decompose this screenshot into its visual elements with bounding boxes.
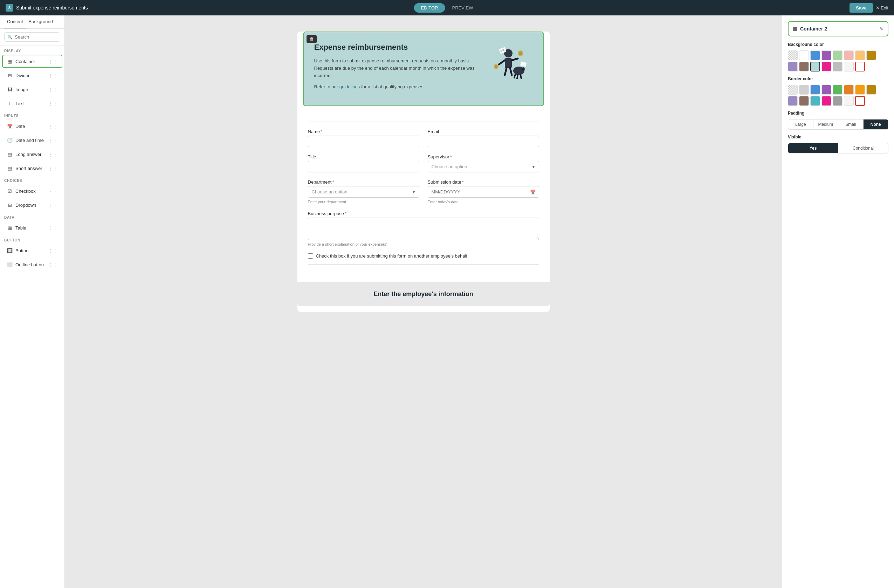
save-button[interactable]: Save (850, 3, 873, 13)
sidebar-item-divider[interactable]: ⊟ Divider ⋮⋮ (2, 69, 62, 82)
bg-color-dark-yellow[interactable] (866, 50, 876, 60)
sidebar-item-table[interactable]: ▦ Table ⋮⋮ (2, 221, 62, 234)
visible-yes[interactable]: Yes (788, 143, 838, 153)
drag-handle-text[interactable]: ⋮⋮ (48, 101, 57, 106)
padding-small[interactable]: Small (838, 119, 864, 129)
border-color-white[interactable] (844, 96, 854, 106)
dropdown-label: Dropdown (15, 203, 36, 208)
sidebar-item-image[interactable]: 🖼 Image ⋮⋮ (2, 83, 62, 96)
drag-handle-divider[interactable]: ⋮⋮ (48, 73, 57, 78)
section-footer: Enter the employee's information (297, 282, 550, 306)
border-color-teal[interactable] (810, 96, 820, 106)
visible-options: Yes Conditional (788, 143, 888, 154)
border-color-transparent[interactable] (788, 85, 798, 95)
image-label: Image (15, 87, 28, 92)
visible-label: Visible (788, 135, 888, 139)
bg-color-purple[interactable] (822, 50, 831, 60)
submission-date-input[interactable] (428, 186, 539, 198)
border-color-green[interactable] (833, 85, 843, 95)
padding-medium[interactable]: Medium (814, 119, 839, 129)
border-color-yellow[interactable] (855, 85, 865, 95)
sidebar-item-text[interactable]: T Text ⋮⋮ (2, 97, 62, 110)
border-color-pink[interactable] (822, 96, 831, 106)
drag-handle-date[interactable]: ⋮⋮ (48, 124, 57, 129)
bg-color-light-red[interactable] (844, 50, 854, 60)
border-color-red-border[interactable] (855, 96, 865, 106)
border-color-dark-yellow[interactable] (866, 85, 876, 95)
form-divider-bottom (308, 264, 539, 265)
editor-button[interactable]: EDITOR (414, 3, 445, 13)
bg-color-pink[interactable] (822, 62, 831, 71)
bg-color-lavender[interactable] (788, 62, 798, 71)
drag-handle-table[interactable]: ⋮⋮ (48, 225, 57, 231)
visible-conditional[interactable]: Conditional (838, 143, 888, 153)
hero-container[interactable]: 🗑 Expense reimbursements Use this form t… (303, 32, 544, 106)
preview-button[interactable]: PREVIEW (445, 3, 480, 13)
sidebar-item-outline-button[interactable]: ⬜ Outline button ⋮⋮ (2, 258, 62, 271)
bg-color-blue[interactable] (810, 50, 820, 60)
border-color-purple[interactable] (822, 85, 831, 95)
guidelines-link[interactable]: guidelines (340, 84, 360, 89)
bg-color-yellow[interactable] (855, 50, 865, 60)
drag-handle-datetime[interactable]: ⋮⋮ (48, 138, 57, 143)
checkbox-label: Checkbox (15, 189, 36, 194)
search-input[interactable] (15, 34, 57, 39)
drag-handle-image[interactable]: ⋮⋮ (48, 87, 57, 92)
sidebar-item-container[interactable]: ▦ Container ⋮⋮ (2, 54, 62, 68)
long-answer-icon: ▤ (7, 151, 13, 157)
border-color-orange[interactable] (844, 85, 854, 95)
divider-icon: ⊟ (7, 73, 13, 78)
bg-color-transparent[interactable] (788, 50, 798, 60)
drag-handle-long-answer[interactable]: ⋮⋮ (48, 152, 57, 157)
svg-point-9 (519, 51, 523, 55)
bg-color-teal[interactable] (810, 62, 820, 71)
panel-edit-icon[interactable]: ✎ (880, 26, 883, 32)
business-purpose-textarea[interactable] (308, 218, 539, 240)
padding-none[interactable]: None (864, 119, 888, 129)
checkbox-row: Check this box if you are submitting thi… (308, 253, 539, 258)
department-select[interactable]: Choose an option (308, 186, 419, 198)
title-input[interactable] (308, 161, 419, 172)
border-color-brown[interactable] (799, 96, 809, 106)
section-button-label: BUTTON (0, 235, 65, 243)
bg-color-white[interactable] (799, 50, 809, 60)
supervisor-select[interactable]: Choose an option (428, 161, 539, 172)
border-color-gray[interactable] (833, 96, 843, 106)
container-name: Container 2 (800, 26, 827, 32)
sidebar-item-datetime[interactable]: 🕐 Date and time ⋮⋮ (2, 133, 62, 147)
department-label: Department* (308, 180, 419, 185)
border-color-lavender[interactable] (788, 96, 798, 106)
sidebar-item-long-answer[interactable]: ▤ Long answer ⋮⋮ (2, 148, 62, 161)
drag-handle-container[interactable]: ⋮⋮ (48, 59, 57, 64)
sidebar-item-dropdown[interactable]: ⊟ Dropdown ⋮⋮ (2, 198, 62, 212)
hero-content: Expense reimbursements Use this form to … (304, 32, 543, 106)
hero-description: Use this form to submit expense reimburs… (314, 57, 477, 79)
drag-handle-short-answer[interactable]: ⋮⋮ (48, 166, 57, 171)
tab-background[interactable]: Background (26, 15, 56, 29)
drag-handle-dropdown[interactable]: ⋮⋮ (48, 203, 57, 208)
bg-color-gray[interactable] (833, 62, 843, 71)
behalf-checkbox[interactable] (308, 253, 313, 258)
drag-handle-button[interactable]: ⋮⋮ (48, 248, 57, 253)
sidebar-item-checkbox[interactable]: ☑ Checkbox ⋮⋮ (2, 184, 62, 198)
hero-delete-button[interactable]: 🗑 (307, 35, 317, 43)
border-color-blue[interactable] (810, 85, 820, 95)
sidebar-item-button[interactable]: 🔲 Button ⋮⋮ (2, 244, 62, 257)
tab-content[interactable]: Content (4, 15, 26, 29)
padding-large[interactable]: Large (788, 119, 814, 129)
bg-color-brown[interactable] (799, 62, 809, 71)
email-input[interactable] (428, 136, 539, 147)
drag-handle-outline-button[interactable]: ⋮⋮ (48, 262, 57, 268)
name-input[interactable] (308, 136, 419, 147)
bg-color-red-border[interactable] (855, 62, 865, 71)
bg-color-white2[interactable] (844, 62, 854, 71)
border-color-light-gray[interactable] (799, 85, 809, 95)
svg-line-12 (514, 74, 515, 78)
bg-color-light-green[interactable] (833, 50, 843, 60)
drag-handle-checkbox[interactable]: ⋮⋮ (48, 189, 57, 194)
topbar-logo: S Submit expense reimbursements (6, 4, 88, 12)
sidebar-item-date[interactable]: 📅 Date ⋮⋮ (2, 119, 62, 133)
sidebar-item-short-answer[interactable]: ▤ Short answer ⋮⋮ (2, 162, 62, 175)
svg-line-2 (499, 60, 505, 65)
exit-button[interactable]: ✕ Exit (876, 5, 888, 11)
